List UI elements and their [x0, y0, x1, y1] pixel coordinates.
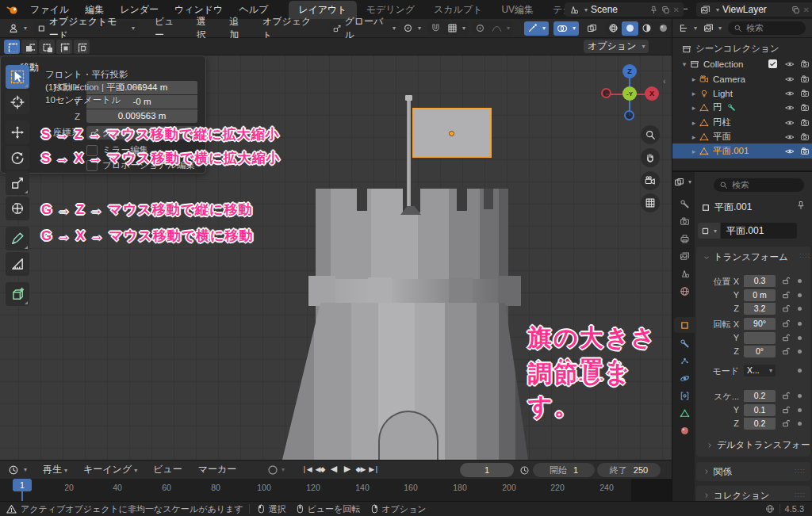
outliner-filter[interactable]: ▾	[700, 21, 725, 36]
auto-keyframe-toggle[interactable]: ▾	[266, 464, 285, 475]
location-z-field[interactable]: 3.2	[744, 303, 776, 315]
hide-eye-icon[interactable]	[785, 59, 795, 69]
pivot-point[interactable]: ▾	[400, 21, 424, 36]
hide-eye-icon[interactable]	[785, 147, 795, 156]
lock-icon[interactable]	[782, 319, 790, 327]
animate-dot[interactable]	[798, 336, 802, 340]
frame-end-field[interactable]: 終了250	[597, 463, 661, 477]
menu-tl-view[interactable]: ビュー	[145, 463, 190, 476]
editor-type-button[interactable]: ▾	[5, 21, 30, 36]
expand-icon[interactable]: ▸	[690, 104, 698, 112]
proportional-toggle[interactable]	[472, 21, 488, 36]
shading-wireframe[interactable]	[605, 21, 622, 36]
scale-z-field[interactable]: 0.2	[744, 418, 776, 430]
options-dropdown[interactable]: オプション▾	[584, 40, 649, 53]
select-mode-extend[interactable]	[21, 40, 37, 54]
render-camera-icon[interactable]	[800, 59, 810, 69]
gizmo-axis-x[interactable]: X	[645, 86, 659, 101]
use-preview-range-icon[interactable]	[519, 465, 530, 476]
zoom-button[interactable]	[641, 125, 660, 144]
frame-start-field[interactable]: 開始1	[533, 463, 595, 477]
transform-orientation[interactable]: グローバル▾	[329, 21, 400, 36]
hide-eye-icon[interactable]	[785, 75, 795, 84]
tool-transform[interactable]	[6, 197, 29, 220]
row-plane-001-selected[interactable]: ▸ 平面.001	[672, 143, 812, 159]
panel-grip[interactable]: ::::	[795, 491, 806, 499]
tab-tool[interactable]	[674, 196, 695, 212]
properties-search-input[interactable]: 検索	[714, 178, 804, 192]
tab-sculpting[interactable]: スカルプト	[424, 1, 492, 20]
lock-icon[interactable]	[782, 334, 790, 342]
tool-annotate[interactable]	[6, 227, 29, 250]
menu-marker[interactable]: マーカー	[190, 463, 245, 476]
scale-y-field[interactable]: 0.1	[744, 404, 776, 416]
row-scene-collection[interactable]: シーンコレクション	[672, 41, 812, 56]
snap-target[interactable]: ▾	[444, 21, 469, 36]
outliner-search-input[interactable]: 検索	[728, 21, 806, 35]
row-cylinder[interactable]: ▸ 円柱	[672, 115, 812, 130]
shading-solid[interactable]	[622, 21, 638, 36]
location-y-field[interactable]: 0 m	[744, 289, 776, 301]
jump-to-end-button[interactable]: ▶❘	[367, 465, 381, 473]
copy-icon[interactable]	[661, 6, 670, 14]
pan-hand-button[interactable]	[641, 148, 660, 167]
object-type-dropdown[interactable]: ▾	[698, 223, 720, 239]
gizmo-axis-ny[interactable]: -Y	[622, 86, 637, 101]
prev-keyframe-button[interactable]: ◀◆	[313, 465, 327, 473]
menu-keying[interactable]: キーイング▾	[75, 463, 145, 476]
relations-panel[interactable]: 関係 ::::	[696, 462, 810, 481]
animate-dot[interactable]	[798, 394, 802, 398]
viewport-3d[interactable]: フロント・平行投影 (1) Collection | 平面.001 10センチメ…	[0, 55, 672, 460]
location-x-field[interactable]: 0.3	[744, 275, 776, 287]
select-mode-invert[interactable]	[56, 40, 72, 54]
properties-editor-type[interactable]: ▾	[674, 177, 691, 187]
render-camera-icon[interactable]	[800, 147, 810, 156]
tool-cursor[interactable]	[6, 90, 29, 114]
object-name-field[interactable]: 平面.001	[721, 223, 797, 239]
tab-output[interactable]	[674, 231, 695, 247]
lock-icon[interactable]	[782, 419, 790, 427]
gizmo-axis-nz[interactable]	[624, 110, 634, 120]
playhead[interactable]: 1	[13, 479, 32, 491]
row-light[interactable]: ▸ Light	[672, 86, 812, 101]
select-mode-subtract[interactable]	[39, 40, 55, 54]
render-camera-icon[interactable]	[800, 118, 810, 128]
tab-uv-editing[interactable]: UV編集	[492, 1, 543, 20]
network-globe-icon[interactable]	[765, 504, 775, 514]
pin-icon[interactable]	[796, 201, 806, 210]
expand-icon[interactable]: ▸	[690, 119, 698, 127]
tab-view-layer[interactable]	[674, 248, 695, 264]
flag-pole[interactable]	[407, 100, 411, 208]
timeline-editor-type[interactable]: ▾	[5, 463, 30, 477]
overlays-toggle[interactable]: ▾	[553, 21, 579, 36]
tool-select-box[interactable]	[6, 65, 29, 89]
outliner-tree[interactable]: シーンコレクション ▾ Collection ▸ Camera ▸ Ligh	[672, 38, 812, 170]
animate-dot[interactable]	[798, 307, 802, 311]
render-camera-icon[interactable]	[800, 89, 810, 98]
animate-dot[interactable]	[798, 408, 802, 412]
rotation-z-field[interactable]: 0°	[744, 346, 776, 357]
gizmo-axis-nx[interactable]	[601, 88, 611, 98]
snap-toggle[interactable]	[427, 21, 444, 36]
select-mode-intersect[interactable]	[74, 40, 90, 54]
hide-eye-icon[interactable]	[785, 118, 795, 128]
scale-x-field[interactable]: 0.2	[744, 390, 776, 402]
lock-icon[interactable]	[782, 392, 790, 399]
animate-dot[interactable]	[798, 369, 802, 373]
animate-dot[interactable]	[798, 293, 802, 297]
render-camera-icon[interactable]	[800, 132, 810, 142]
expand-icon[interactable]: ▸	[690, 133, 698, 141]
lock-icon[interactable]	[782, 291, 790, 299]
row-circle[interactable]: ▸ 円	[672, 100, 812, 115]
proportional-falloff[interactable]: ▾	[488, 21, 513, 36]
render-camera-icon[interactable]	[800, 103, 810, 113]
transform-panel-header[interactable]: トランスフォーム	[703, 251, 788, 263]
animate-dot[interactable]	[798, 350, 802, 354]
play-button[interactable]: ▶	[340, 464, 354, 474]
tool-move[interactable]	[6, 120, 29, 144]
expand-icon[interactable]: ▾	[680, 60, 688, 68]
tool-rotate[interactable]	[6, 146, 29, 170]
hide-eye-icon[interactable]	[785, 103, 795, 113]
outliner-display-mode[interactable]: ▾	[676, 21, 700, 36]
current-frame-field[interactable]: 1	[460, 463, 514, 477]
